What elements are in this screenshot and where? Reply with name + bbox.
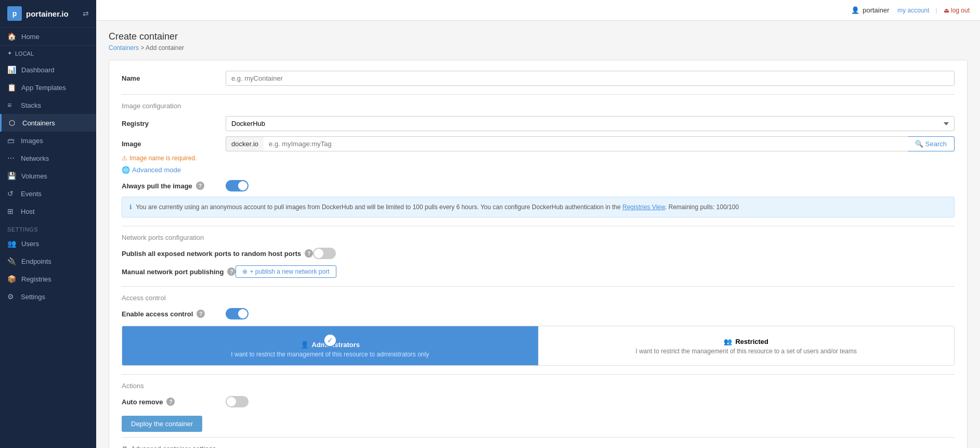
sidebar-item-label: Volumes xyxy=(21,172,47,180)
home-icon: 🏠 xyxy=(7,32,16,41)
page-title: Create container xyxy=(109,31,968,42)
manual-publish-help[interactable]: ? xyxy=(227,267,236,276)
name-input[interactable] xyxy=(226,71,955,86)
users-icon: 👥 xyxy=(7,239,16,248)
sidebar-item-label: Users xyxy=(21,240,39,248)
auto-remove-help[interactable]: ? xyxy=(166,398,175,406)
name-row: Name xyxy=(122,71,955,86)
sidebar-item-label: Home xyxy=(21,33,40,41)
switch-icon[interactable]: ⇄ xyxy=(83,9,89,18)
toggle-slider-4 xyxy=(226,396,249,407)
always-pull-help[interactable]: ? xyxy=(196,182,204,190)
toggle-slider-3 xyxy=(226,308,249,319)
sidebar-item-containers[interactable]: ⬡ Containers xyxy=(0,114,96,132)
app-templates-icon: 📋 xyxy=(7,83,16,92)
sidebar-item-settings[interactable]: ⚙ Settings xyxy=(0,288,96,305)
sidebar-item-stacks[interactable]: ≡ Stacks xyxy=(0,96,96,114)
breadcrumb: Containers > Add container xyxy=(109,44,968,52)
toggle-slider xyxy=(226,180,249,191)
enable-access-help[interactable]: ? xyxy=(197,310,205,318)
sidebar-item-label: Containers xyxy=(22,119,55,127)
publish-all-toggle[interactable] xyxy=(313,248,336,259)
actions-title: Actions xyxy=(122,382,955,390)
sidebar-logo: p portainer.io ⇄ xyxy=(0,0,96,28)
sidebar-item-label: Registries xyxy=(21,275,51,283)
restricted-access-option[interactable]: 👥 Restricted I want to restrict the mana… xyxy=(538,326,955,365)
host-icon: ⊞ xyxy=(7,207,16,215)
endpoints-icon: 🔌 xyxy=(7,257,16,265)
access-control-title: Access control xyxy=(122,294,955,302)
restricted-option-title: 👥 Restricted xyxy=(549,338,944,345)
settings-icon: ⚙ xyxy=(7,292,16,301)
auto-remove-row: Auto remove ? xyxy=(122,396,955,407)
auto-remove-label: Auto remove ? xyxy=(122,398,226,406)
my-account-link[interactable]: my account xyxy=(897,7,929,14)
sidebar-item-home[interactable]: 🏠 Home xyxy=(0,28,96,45)
topbar: 👤 portainer my account | ⏏ log out xyxy=(96,0,980,21)
registry-select[interactable]: DockerHub xyxy=(226,116,955,131)
restricted-icon: 👥 xyxy=(724,338,732,345)
stacks-icon: ≡ xyxy=(7,101,16,109)
sidebar-item-dashboard[interactable]: 📊 Dashboard xyxy=(0,61,96,79)
search-button[interactable]: 🔍 Search xyxy=(908,136,955,151)
sidebar-item-label: Dashboard xyxy=(21,66,55,74)
local-label: ✦ LOCAL xyxy=(0,45,96,61)
publish-all-row: Publish all exposed network ports to ran… xyxy=(122,248,955,259)
username: portainer xyxy=(863,6,889,14)
sidebar-item-endpoints[interactable]: 🔌 Endpoints xyxy=(0,252,96,270)
page-header: Create container Containers > Add contai… xyxy=(109,31,968,52)
divider-3 xyxy=(122,286,955,287)
sidebar-item-label: Networks xyxy=(21,155,49,162)
local-dot: ✦ xyxy=(7,50,12,57)
events-icon: ↺ xyxy=(7,189,16,198)
sidebar-item-events[interactable]: ↺ Events xyxy=(0,185,96,202)
sidebar-item-label: App Templates xyxy=(21,84,66,92)
always-pull-toggle[interactable] xyxy=(226,180,249,191)
gear-icon: ⚙ xyxy=(122,445,128,448)
user-icon: 👤 xyxy=(851,6,859,14)
publish-all-help[interactable]: ? xyxy=(305,249,313,258)
admin-access-option[interactable]: ✓ 👤 Administrators I want to restrict th… xyxy=(122,326,538,365)
advanced-settings-link[interactable]: ⚙ Advanced container settings xyxy=(122,437,955,448)
warning-icon: ⚠ xyxy=(122,155,127,162)
logo-icon: p xyxy=(7,6,22,21)
enable-access-row: Enable access control ? xyxy=(122,308,955,319)
network-ports-title: Network ports configuration xyxy=(122,234,955,241)
enable-access-label: Enable access control ? xyxy=(122,310,226,318)
toggle-slider-2 xyxy=(313,248,336,259)
sidebar-item-app-templates[interactable]: 📋 App Templates xyxy=(0,79,96,96)
info-icon: ℹ xyxy=(129,203,132,211)
sidebar-item-users[interactable]: 👥 Users xyxy=(0,235,96,252)
breadcrumb-containers-link[interactable]: Containers xyxy=(109,44,139,52)
main-content: 👤 portainer my account | ⏏ log out Creat… xyxy=(96,0,980,448)
sidebar-item-volumes[interactable]: 💾 Volumes xyxy=(0,167,96,185)
name-label: Name xyxy=(122,74,226,82)
topbar-user: 👤 portainer my account | ⏏ log out xyxy=(851,6,970,14)
publish-new-port-button[interactable]: ⊕ + publish a new network port xyxy=(236,265,336,278)
sidebar-item-images[interactable]: 🗃 Images xyxy=(0,132,96,149)
image-input[interactable] xyxy=(264,136,908,151)
sidebar-item-networks[interactable]: ⋯ Networks xyxy=(0,149,96,167)
sidebar-item-registries[interactable]: 📦 Registries xyxy=(0,270,96,288)
breadcrumb-separator: > xyxy=(140,44,144,52)
divider-1 xyxy=(122,94,955,95)
networks-icon: ⋯ xyxy=(7,154,16,162)
publish-all-label: Publish all exposed network ports to ran… xyxy=(122,249,313,258)
page-content: Create container Containers > Add contai… xyxy=(96,21,980,448)
registries-view-link[interactable]: Registries View xyxy=(622,203,665,211)
registry-label: Registry xyxy=(122,120,226,127)
image-label: Image xyxy=(122,140,226,148)
sidebar-item-label: Host xyxy=(21,208,35,215)
image-error: ⚠ Image name is required. xyxy=(122,155,955,162)
logout-link[interactable]: ⏏ log out xyxy=(944,7,970,14)
dashboard-icon: 📊 xyxy=(7,66,16,74)
restricted-option-desc: I want to restrict the management of thi… xyxy=(549,348,944,355)
deploy-button[interactable]: Deploy the container xyxy=(122,416,202,432)
logo-text: portainer.io xyxy=(26,9,69,18)
enable-access-toggle[interactable] xyxy=(226,308,249,319)
auto-remove-toggle[interactable] xyxy=(226,396,249,407)
sidebar-item-label: Endpoints xyxy=(21,258,51,265)
advanced-mode-link[interactable]: 🌐 Advanced mode xyxy=(122,166,955,174)
divider-2 xyxy=(122,226,955,226)
sidebar-item-host[interactable]: ⊞ Host xyxy=(0,202,96,220)
